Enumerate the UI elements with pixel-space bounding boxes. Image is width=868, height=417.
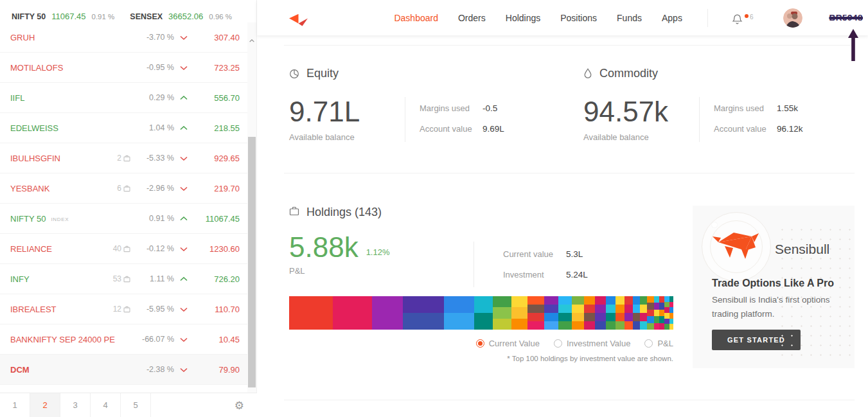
sensibull-bull-icon bbox=[712, 228, 759, 262]
avatar[interactable] bbox=[783, 8, 802, 28]
margins-used-stat: Margins used 1.55k bbox=[714, 103, 803, 113]
watchlist-scrollbar[interactable] bbox=[247, 22, 256, 393]
watchlist-row[interactable]: IBULHSGFIN 2 -5.33 % 929.65 bbox=[0, 143, 256, 173]
trend-chevron-icon bbox=[174, 35, 193, 40]
watchlist-row[interactable]: YESBANK 6 -2.96 % 219.70 bbox=[0, 173, 256, 204]
radio-pnl[interactable]: P&L bbox=[644, 339, 673, 348]
watchlist: GRUH -3.70 % 307.40 MOTILALOFS -0.95 % 7… bbox=[0, 22, 256, 385]
notifications-bell[interactable]: 6 bbox=[731, 11, 755, 25]
treemap-column[interactable] bbox=[289, 296, 333, 330]
change-percent: 0.29 % bbox=[134, 93, 174, 102]
trend-chevron-icon bbox=[174, 277, 193, 281]
watchlist-row[interactable]: GRUH -3.70 % 307.40 bbox=[0, 22, 256, 53]
instrument-symbol: IBREALEST bbox=[10, 305, 57, 314]
treemap-column[interactable] bbox=[584, 296, 596, 330]
kite-logo[interactable] bbox=[289, 10, 308, 26]
treemap-column[interactable] bbox=[669, 296, 673, 330]
treemap-column[interactable] bbox=[647, 296, 653, 330]
sensibull-description: Sensibull is India's first options tradi… bbox=[712, 293, 834, 322]
account-value-stat: Account value 96.12k bbox=[714, 124, 803, 134]
radio-investment-value[interactable]: Investment Value bbox=[554, 339, 630, 348]
nav-orders[interactable]: Orders bbox=[458, 13, 486, 23]
watchlist-panel: NIFTY 50 11067.45 0.91 % SENSEX 36652.06… bbox=[0, 0, 257, 417]
watchlist-row[interactable]: IIFL 0.29 % 556.70 bbox=[0, 83, 256, 113]
page-button[interactable]: 3 bbox=[60, 393, 91, 417]
page-button[interactable]: 5 bbox=[121, 393, 151, 417]
nav-funds[interactable]: Funds bbox=[617, 13, 642, 23]
watchlist-pagination: 1 2 3 4 5 ⚙ bbox=[0, 393, 257, 417]
index-name: NIFTY 50 bbox=[12, 12, 46, 21]
watchlist-row[interactable]: EDELWEISS 1.04 % 218.55 bbox=[0, 113, 256, 143]
holdings-stats: Current value 5.3L Investment 5.24L bbox=[474, 242, 588, 287]
holdings-treemap[interactable] bbox=[289, 296, 673, 330]
sensibull-card[interactable]: Sensibull Trade Options Like A Pro Sensi… bbox=[693, 206, 855, 368]
nifty-ticker[interactable]: NIFTY 50 11067.45 0.91 % bbox=[12, 12, 114, 21]
treemap-column[interactable] bbox=[493, 296, 511, 330]
nav-holdings[interactable]: Holdings bbox=[506, 13, 540, 23]
nav-dashboard[interactable]: Dashboard bbox=[394, 13, 438, 23]
treemap-column[interactable] bbox=[403, 296, 443, 330]
treemap-column[interactable] bbox=[606, 296, 616, 330]
index-change: 0.91 % bbox=[92, 13, 115, 21]
treemap-mode-radios: Current Value Investment Value P&L bbox=[289, 339, 673, 348]
holding-quantity: 12 bbox=[113, 305, 130, 314]
treemap-column[interactable] bbox=[595, 296, 605, 330]
commodity-title: Commodity bbox=[583, 67, 868, 80]
radio-current-value[interactable]: Current Value bbox=[476, 339, 540, 348]
treemap-column[interactable] bbox=[558, 296, 571, 330]
scroll-up-arrow-icon[interactable] bbox=[249, 39, 254, 42]
last-price: 556.70 bbox=[193, 93, 240, 103]
page-button[interactable]: 2 bbox=[30, 393, 60, 417]
radio-icon bbox=[554, 339, 562, 348]
scrollbar-thumb[interactable] bbox=[248, 137, 256, 387]
sensex-ticker[interactable]: SENSEX 36652.06 0.96 % bbox=[130, 12, 232, 21]
market-indices-bar: NIFTY 50 11067.45 0.91 % SENSEX 36652.06… bbox=[0, 0, 256, 22]
available-balance-label: Available balance bbox=[289, 132, 405, 142]
instrument-symbol: BANKNIFTY SEP 24000 PE bbox=[10, 335, 115, 344]
section-title: Holdings (143) bbox=[306, 206, 382, 219]
watchlist-row[interactable]: DCM -2.38 % 79.90 bbox=[0, 355, 256, 385]
watchlist-row[interactable]: MOTILALOFS -0.95 % 723.25 bbox=[0, 53, 256, 83]
watchlist-row[interactable]: RELIANCE 40 -0.12 % 1230.60 bbox=[0, 234, 256, 264]
watchlist-row[interactable]: NIFTY 50 INDEX 0.91 % 11067.45 bbox=[0, 204, 256, 234]
investment-stat: Investment 5.24L bbox=[503, 270, 588, 279]
nav-apps[interactable]: Apps bbox=[662, 13, 682, 23]
treemap-column[interactable] bbox=[572, 296, 584, 330]
holding-quantity: 40 bbox=[113, 244, 130, 253]
nav-positions[interactable]: Positions bbox=[560, 13, 597, 23]
pnl-value: 5.88k bbox=[289, 233, 359, 262]
user-id[interactable]: BR5948 bbox=[829, 13, 863, 22]
treemap-column[interactable] bbox=[640, 296, 647, 330]
treemap-column[interactable] bbox=[659, 296, 664, 330]
treemap-column[interactable] bbox=[372, 296, 403, 330]
treemap-column[interactable] bbox=[616, 296, 624, 330]
page-button[interactable]: 1 bbox=[0, 393, 30, 417]
watchlist-settings-gear-icon[interactable]: ⚙ bbox=[235, 393, 257, 417]
treemap-column[interactable] bbox=[444, 296, 474, 330]
change-percent: -2.96 % bbox=[134, 184, 174, 193]
last-price: 110.70 bbox=[193, 305, 240, 314]
treemap-column[interactable] bbox=[527, 296, 544, 330]
trend-chevron-icon bbox=[174, 247, 193, 251]
watchlist-row[interactable]: BANKNIFTY SEP 24000 PE -66.07 % 10.45 bbox=[0, 324, 256, 355]
instrument-tag: INDEX bbox=[51, 215, 69, 222]
watchlist-row[interactable]: IBREALEST 12 -5.95 % 110.70 bbox=[0, 294, 256, 324]
treemap-column[interactable] bbox=[333, 296, 372, 330]
get-started-button[interactable]: GET STARTED bbox=[712, 330, 801, 350]
trend-chevron-icon bbox=[174, 96, 193, 100]
treemap-column[interactable] bbox=[544, 296, 559, 330]
treemap-column[interactable] bbox=[511, 296, 527, 330]
treemap-column[interactable] bbox=[474, 296, 493, 330]
droplet-icon bbox=[583, 68, 592, 79]
instrument-symbol: DCM bbox=[10, 365, 30, 375]
header-divider bbox=[707, 9, 708, 27]
treemap-column[interactable] bbox=[654, 296, 660, 330]
logo-ring-dot bbox=[712, 222, 717, 227]
treemap-column[interactable] bbox=[664, 296, 669, 330]
watchlist-row[interactable]: INFY 53 1.11 % 726.20 bbox=[0, 264, 256, 294]
treemap-column[interactable] bbox=[633, 296, 640, 330]
treemap-column[interactable] bbox=[624, 296, 633, 330]
instrument-symbol: IIFL bbox=[10, 93, 24, 103]
trend-chevron-icon bbox=[174, 368, 193, 372]
page-button[interactable]: 4 bbox=[91, 393, 121, 417]
